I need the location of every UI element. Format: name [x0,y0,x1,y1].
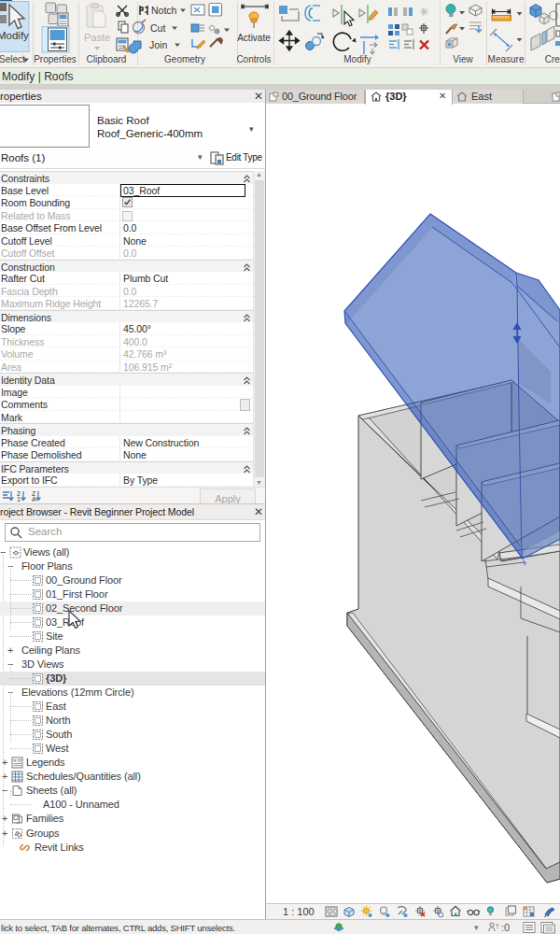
svg-text:Modify: Modify [0,30,29,41]
svg-text:Properties: Properties [34,54,77,64]
svg-text:View: View [453,54,473,64]
svg-text:Paste: Paste [84,32,110,43]
svg-text:Measure: Measure [488,54,525,64]
svg-text:Notch: Notch [151,5,177,16]
svg-text:Modify: Modify [343,54,371,64]
svg-text:Geometry: Geometry [164,54,205,64]
svg-text:Clipboard: Clipboard [87,54,127,64]
svg-text:A: A [32,496,36,502]
svg-text:Join: Join [149,39,167,50]
svg-text:Creat: Creat [545,54,560,64]
svg-text:Select: Select [0,54,25,64]
svg-text:1: 1 [17,496,21,502]
svg-text:Controls: Controls [236,54,271,64]
svg-text:Cut: Cut [150,22,165,34]
svg-text:Activate: Activate [237,33,271,43]
